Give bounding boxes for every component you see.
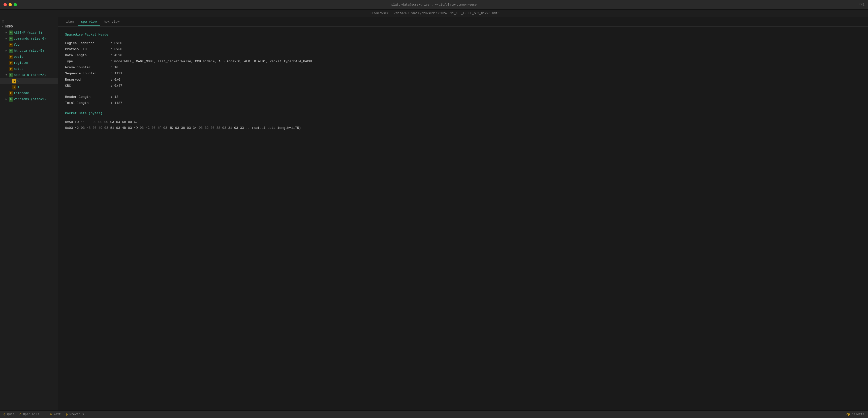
item-label: fee xyxy=(14,42,20,48)
sidebar-item-versions[interactable]: ▶ G versions (size=1) xyxy=(0,96,58,102)
item-label: setup xyxy=(14,66,24,71)
window-controls xyxy=(3,3,17,6)
sidebar-item-hkdata[interactable]: ▶ G hk-data (size=5) xyxy=(0,48,58,54)
section-header-packet: SpaceWire Packet Header xyxy=(65,33,861,36)
status-right: ^p palette xyxy=(846,413,865,416)
close-button[interactable] xyxy=(3,3,7,6)
badge-g: G xyxy=(9,49,13,53)
badge-d: D xyxy=(9,67,13,71)
main-layout: ▼ HDF5 ▶ G AEB1-F (size=3) ▶ G commands … xyxy=(0,17,868,411)
hex-data-line-2: 0x03 42 03 48 03 49 03 51 03 4D 03 4D 03… xyxy=(65,125,861,131)
badge-g: G xyxy=(9,97,13,101)
arrow-icon: ▶ xyxy=(5,37,8,41)
item-label: commands (size=6) xyxy=(14,36,46,41)
sidebar-item-obsid[interactable]: D obsid xyxy=(0,54,58,60)
no-arrow xyxy=(9,79,11,83)
status-quit: q Quit xyxy=(3,413,14,416)
no-arrow xyxy=(5,67,8,71)
tab-item[interactable]: item xyxy=(63,18,77,26)
subtitle-bar: HDF5Browser — /data/KUL/daily/20240911/2… xyxy=(0,9,868,17)
no-arrow xyxy=(5,91,8,95)
hdf5-root-label: HDF5 xyxy=(5,24,13,29)
field-logical-address: Logical address : 0x50 xyxy=(65,40,861,46)
status-next: n Next xyxy=(50,413,61,416)
title-bar: plato-data@screwdriver: ~/git/plato-comm… xyxy=(0,0,868,9)
no-arrow xyxy=(5,61,8,65)
sidebar-item-hdf5-root[interactable]: ▼ HDF5 xyxy=(0,24,58,30)
sidebar-item-fee[interactable]: D fee xyxy=(0,42,58,48)
arrow-icon: ▼ xyxy=(5,73,8,77)
item-label: AEB1-F (size=3) xyxy=(14,30,42,35)
no-arrow xyxy=(5,55,8,59)
badge-d: D xyxy=(9,42,13,47)
badge-d-selected: D xyxy=(12,79,17,84)
item-label: register xyxy=(14,60,29,65)
field-header-length: Header length : 12 xyxy=(65,94,861,100)
badge-g: G xyxy=(9,30,13,35)
next-key: n xyxy=(50,413,52,416)
circle-icon xyxy=(2,21,4,23)
sidebar-item-spwdata[interactable]: ▼ G spw-data (size=2) xyxy=(0,72,58,78)
field-frame-counter: Frame counter : 10 xyxy=(65,65,861,70)
status-left: q Quit o Open File... n Next p Previous xyxy=(3,413,84,416)
palette-key: ^p xyxy=(846,413,850,416)
file-path: HDF5Browser — /data/KUL/daily/20240911/2… xyxy=(369,11,499,15)
status-bar: q Quit o Open File... n Next p Previous … xyxy=(0,411,868,418)
sidebar-item-spwdata-1[interactable]: D 1 xyxy=(0,84,58,90)
field-data-length: Data length : 4590 xyxy=(65,53,861,58)
badge-g: G xyxy=(9,36,13,41)
right-panel: item spw-view hex-view SpaceWire Packet … xyxy=(58,17,868,411)
previous-key: p xyxy=(66,413,67,416)
sidebar-item-commands[interactable]: ▶ G commands (size=6) xyxy=(0,36,58,42)
hex-data-line-1: 0x50 F0 11 EE 00 00 00 0A 04 6B 00 47 xyxy=(65,119,861,125)
badge-d: D xyxy=(12,85,17,90)
content-area: SpaceWire Packet Header Logical address … xyxy=(58,27,868,411)
field-reserved: Reserved : 0x0 xyxy=(65,77,861,83)
arrow-icon: ▶ xyxy=(5,97,8,101)
keyboard-shortcut: ⌥⌘1 xyxy=(859,3,865,6)
item-label: timecode xyxy=(14,91,29,96)
arrow-icon: ▼ xyxy=(2,25,4,29)
item-label: spw-data (size=2) xyxy=(14,72,46,78)
field-sequence-counter: Sequence counter : 1131 xyxy=(65,71,861,77)
window-title: plato-data@screwdriver: ~/git/plato-comm… xyxy=(392,3,476,6)
status-previous: p Previous xyxy=(66,413,84,416)
sidebar: ▼ HDF5 ▶ G AEB1-F (size=3) ▶ G commands … xyxy=(0,17,58,411)
no-arrow xyxy=(5,43,8,47)
quit-key: q xyxy=(3,413,5,416)
tab-spw-view[interactable]: spw-view xyxy=(78,18,99,26)
palette-text: palette xyxy=(852,413,865,416)
minimize-button[interactable] xyxy=(8,3,12,6)
tab-bar: item spw-view hex-view xyxy=(58,17,868,27)
badge-d: D xyxy=(9,61,13,65)
field-crc: CRC : 0x47 xyxy=(65,83,861,89)
section-header-packet-data: Packet Data (bytes) xyxy=(65,112,861,115)
maximize-button[interactable] xyxy=(13,3,17,6)
item-label: versions (size=1) xyxy=(14,97,46,102)
open-key: o xyxy=(20,413,21,416)
tab-hex-view[interactable]: hex-view xyxy=(101,18,123,26)
arrow-icon: ▶ xyxy=(5,49,8,53)
sidebar-item-spwdata-0[interactable]: D 0 xyxy=(0,78,58,84)
badge-g: G xyxy=(9,73,13,78)
sidebar-item-aeb1f[interactable]: ▶ G AEB1-F (size=3) xyxy=(0,30,58,36)
item-label: obsid xyxy=(14,55,24,60)
item-label: 0 xyxy=(18,79,20,84)
item-label: 1 xyxy=(18,85,20,90)
field-total-length: Total length : 1187 xyxy=(65,100,861,106)
sidebar-item-setup[interactable]: D setup xyxy=(0,66,58,72)
no-arrow xyxy=(9,85,11,89)
badge-d: D xyxy=(9,55,13,59)
field-type: Type : mode:FULL_IMAGE_MODE, last_packet… xyxy=(65,59,861,64)
sidebar-root xyxy=(0,19,58,24)
item-label: hk-data (size=5) xyxy=(14,49,44,54)
badge-d: D xyxy=(9,91,13,95)
sidebar-item-register[interactable]: D register xyxy=(0,60,58,66)
status-open: o Open File... xyxy=(20,413,45,416)
sidebar-item-timecode[interactable]: D timecode xyxy=(0,90,58,96)
field-protocol-id: Protocol ID : 0xF0 xyxy=(65,47,861,52)
arrow-icon: ▶ xyxy=(5,31,8,35)
